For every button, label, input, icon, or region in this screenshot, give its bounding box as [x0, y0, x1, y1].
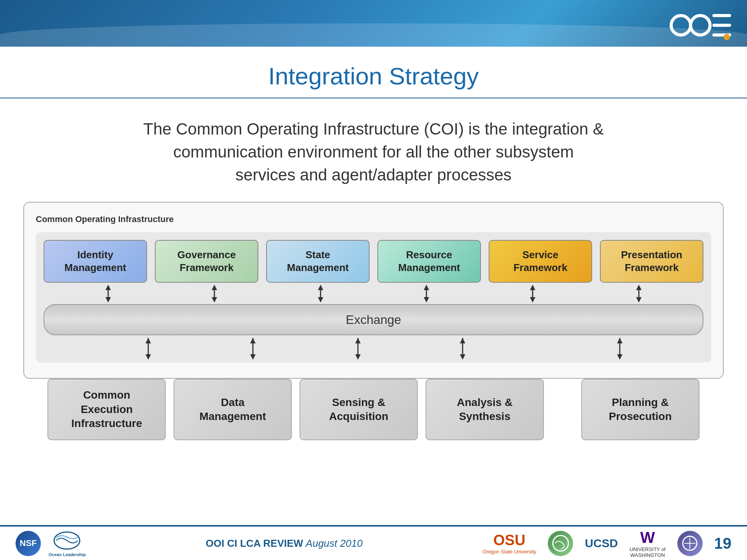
- footer: NSF Ocean Leadership OOI CI LCA REVIEW A…: [0, 525, 747, 560]
- partner-logo-1-icon: [551, 534, 570, 553]
- governance-framework-box: GovernanceFramework: [155, 240, 258, 283]
- arrow-down-data-icon: [247, 337, 259, 360]
- osu-subtitle: Oregon State University: [482, 549, 536, 555]
- data-management-box: DataManagement: [174, 379, 292, 440]
- arrow-down-analysis: [410, 335, 515, 362]
- arrow-down-planning-icon: [614, 337, 626, 360]
- arrow-down-analysis-icon: [457, 337, 468, 360]
- subtitle-text: The Common Operating Infrastructure (COI…: [39, 118, 708, 186]
- svg-marker-6: [105, 285, 111, 290]
- bottom-boxes-row: CommonExecutionInfrastructure DataManage…: [23, 379, 724, 440]
- svg-marker-38: [617, 338, 622, 343]
- state-management-box: StateManagement: [266, 240, 370, 283]
- bottom-arrows-row: [44, 335, 703, 362]
- diagram-container-label: Common Operating Infrastructure: [36, 214, 711, 224]
- cei-box: CommonExecutionInfrastructure: [47, 379, 166, 440]
- arrow-resource: [374, 283, 480, 304]
- arrow-down-cei: [96, 335, 201, 362]
- arrow-down-cei-icon: [142, 337, 154, 360]
- svg-marker-32: [355, 338, 361, 343]
- identity-management-box: IdentityManagement: [44, 240, 147, 283]
- diagram-container: Common Operating Infrastructure Identity…: [23, 202, 724, 379]
- arrow-state: [267, 283, 374, 304]
- bottom-right-spacer: [707, 379, 716, 440]
- svg-point-1: [691, 16, 710, 35]
- arrow-down-data: [201, 335, 305, 362]
- title-section: Integration Strategy: [0, 47, 747, 98]
- svg-marker-26: [146, 338, 151, 343]
- partner-logo-2: [677, 531, 703, 556]
- arrow-down-sensing: [305, 335, 410, 362]
- svg-marker-33: [460, 354, 465, 360]
- footer-logos-right: OSU Oregon State University UCSD W UNIVE…: [482, 529, 731, 558]
- double-arrow-state-icon: [315, 284, 326, 303]
- svg-marker-30: [355, 354, 361, 360]
- svg-point-0: [671, 16, 691, 35]
- exchange-bar: Exchange: [44, 304, 703, 335]
- top-boxes-row: IdentityManagement GovernanceFramework S…: [44, 240, 703, 283]
- svg-marker-14: [318, 297, 323, 303]
- subtitle-section: The Common Operating Infrastructure (COI…: [0, 98, 747, 202]
- svg-marker-24: [146, 354, 151, 360]
- footer-date-text: August 2010: [306, 537, 363, 549]
- svg-marker-23: [636, 297, 642, 303]
- ocean-leadership-logo-icon: [53, 530, 82, 551]
- ucsd-logo: UCSD: [585, 537, 618, 550]
- analysis-synthesis-box: Analysis &Synthesis: [426, 379, 544, 440]
- ocean-leadership-logo: Ocean Leadership: [49, 530, 86, 557]
- spacer-mid: [515, 335, 567, 362]
- svg-marker-8: [105, 297, 111, 303]
- service-framework-box: ServiceFramework: [489, 240, 592, 283]
- resource-management-box: ResourceManagement: [377, 240, 481, 283]
- svg-marker-9: [212, 285, 217, 290]
- uw-logo: W UNIVERSITY ofWASHINGTON: [630, 529, 665, 558]
- arrow-service: [480, 283, 586, 304]
- spacer-left: [44, 335, 96, 362]
- arrow-identity: [55, 283, 161, 304]
- header-logo: [669, 8, 731, 43]
- svg-marker-21: [636, 285, 642, 290]
- arrow-down-sensing-icon: [352, 337, 364, 360]
- arrow-down-planning: [567, 335, 672, 362]
- svg-marker-17: [424, 297, 429, 303]
- page-title: Integration Strategy: [0, 62, 747, 90]
- svg-point-5: [724, 34, 730, 40]
- arrow-presentation: [586, 283, 692, 304]
- nsf-logo: NSF: [16, 531, 41, 556]
- header-wave: [0, 23, 747, 47]
- svg-marker-18: [530, 285, 535, 290]
- svg-marker-11: [212, 297, 217, 303]
- double-arrow-presentation-icon: [633, 284, 645, 303]
- bottom-left-spacer: [31, 379, 40, 440]
- footer-logos-left: NSF Ocean Leadership: [16, 530, 86, 557]
- osu-logo: OSU Oregon State University: [482, 532, 536, 555]
- planning-prosecution-box: Planning &Prosecution: [581, 379, 700, 440]
- spacer-right: [672, 335, 703, 362]
- presentation-framework-box: PresentationFramework: [600, 240, 703, 283]
- arrow-governance: [161, 283, 268, 304]
- double-arrow-service-icon: [527, 284, 538, 303]
- header: [0, 0, 747, 47]
- partner-logo-2-icon: [681, 535, 699, 552]
- svg-marker-20: [530, 297, 535, 303]
- ocean-leadership-text: Ocean Leadership: [49, 552, 86, 557]
- footer-center: OOI CI LCA REVIEW August 2010: [206, 537, 363, 550]
- partner-logo-1: [548, 531, 573, 556]
- uw-w-text: W: [630, 529, 665, 546]
- svg-marker-15: [424, 285, 429, 290]
- double-arrow-identity-icon: [102, 284, 114, 303]
- double-arrow-resource-icon: [421, 284, 432, 303]
- exchange-label: Exchange: [346, 313, 401, 327]
- ooi-logo-icon: [669, 8, 731, 43]
- svg-marker-36: [617, 354, 622, 360]
- svg-marker-27: [250, 354, 256, 360]
- top-arrows-row: [44, 283, 703, 304]
- bottom-spacer: [552, 379, 573, 440]
- svg-marker-29: [250, 338, 256, 343]
- sensing-acquisition-box: Sensing &Acquisition: [300, 379, 418, 440]
- footer-review-text: OOI CI LCA REVIEW: [206, 537, 303, 549]
- svg-marker-35: [460, 338, 465, 343]
- uw-text: UNIVERSITY ofWASHINGTON: [630, 546, 665, 558]
- ucsd-text: UCSD: [585, 537, 618, 550]
- osu-text: OSU: [493, 532, 525, 549]
